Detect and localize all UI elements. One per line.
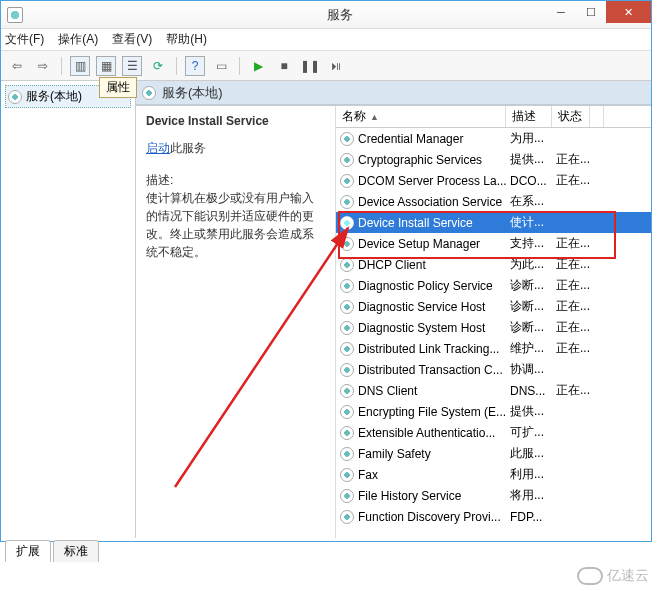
- service-desc: 利用...: [510, 466, 556, 483]
- service-name: Credential Manager: [358, 132, 510, 146]
- service-row[interactable]: DCOM Server Process La...DCO...正在...: [336, 170, 651, 191]
- service-list[interactable]: Credential Manager为用...Cryptographic Ser…: [336, 128, 651, 524]
- service-status: 正在...: [556, 319, 594, 336]
- menu-action[interactable]: 操作(A): [58, 31, 98, 48]
- tab-extended[interactable]: 扩展: [5, 540, 51, 562]
- service-status: 正在...: [556, 277, 594, 294]
- watermark: 亿速云: [577, 567, 649, 585]
- col-header-name[interactable]: 名称▲: [336, 106, 506, 127]
- service-row[interactable]: DHCP Client为此...正在...: [336, 254, 651, 275]
- services-app-icon: [7, 7, 23, 23]
- gear-icon: [340, 195, 354, 209]
- content-area: 服务(本地) 服务(本地) Device Install Service 启动此…: [1, 81, 651, 538]
- gear-icon: [340, 132, 354, 146]
- service-row[interactable]: Diagnostic System Host诊断...正在...: [336, 317, 651, 338]
- refresh-button[interactable]: ⟳: [148, 56, 168, 76]
- service-row[interactable]: DNS ClientDNS...正在...: [336, 380, 651, 401]
- gear-icon: [142, 86, 156, 100]
- service-row[interactable]: Family Safety此服...: [336, 443, 651, 464]
- col-header-extra[interactable]: [590, 106, 604, 127]
- service-row[interactable]: Distributed Transaction C...协调...: [336, 359, 651, 380]
- options-button[interactable]: ▭: [211, 56, 231, 76]
- forward-button[interactable]: ⇨: [33, 56, 53, 76]
- service-desc: 将用...: [510, 487, 556, 504]
- export-button[interactable]: ▦: [96, 56, 116, 76]
- right-pane-title: 服务(本地): [162, 84, 223, 102]
- service-row[interactable]: Cryptographic Services提供...正在...: [336, 149, 651, 170]
- service-status: 正在...: [556, 172, 594, 189]
- maximize-button[interactable]: ☐: [576, 1, 606, 23]
- stop-service-button[interactable]: ■: [274, 56, 294, 76]
- service-row[interactable]: Distributed Link Tracking...维护...正在...: [336, 338, 651, 359]
- menu-view[interactable]: 查看(V): [112, 31, 152, 48]
- properties-button[interactable]: ☰: [122, 56, 142, 76]
- service-row[interactable]: Encrypting File System (E...提供...: [336, 401, 651, 422]
- service-row[interactable]: Diagnostic Policy Service诊断...正在...: [336, 275, 651, 296]
- gear-icon: [340, 237, 354, 251]
- service-name: Encrypting File System (E...: [358, 405, 510, 419]
- view-tabs: 扩展 标准: [1, 540, 651, 562]
- start-service-link[interactable]: 启动: [146, 141, 170, 155]
- service-desc: 为用...: [510, 130, 556, 147]
- service-desc: 协调...: [510, 361, 556, 378]
- gear-icon: [340, 468, 354, 482]
- start-service-button[interactable]: ▶: [248, 56, 268, 76]
- desc-label: 描述:: [146, 171, 325, 189]
- service-status: 正在...: [556, 151, 594, 168]
- menu-file[interactable]: 文件(F): [5, 31, 44, 48]
- service-desc: 提供...: [510, 403, 556, 420]
- service-name: Cryptographic Services: [358, 153, 510, 167]
- services-window: 服务 ─ ☐ ✕ 文件(F) 操作(A) 查看(V) 帮助(H) ⇦ ⇨ ▥ ▦…: [0, 0, 652, 542]
- gear-icon: [340, 300, 354, 314]
- show-hide-tree-button[interactable]: ▥: [70, 56, 90, 76]
- help-button[interactable]: ?: [185, 56, 205, 76]
- service-row[interactable]: Device Setup Manager支持...正在...: [336, 233, 651, 254]
- service-row[interactable]: Fax利用...: [336, 464, 651, 485]
- gear-icon: [340, 342, 354, 356]
- gear-icon: [340, 321, 354, 335]
- service-name: Diagnostic System Host: [358, 321, 510, 335]
- service-row[interactable]: Device Association Service在系...: [336, 191, 651, 212]
- service-status: 正在...: [556, 235, 594, 252]
- titlebar: 服务 ─ ☐ ✕: [1, 1, 651, 29]
- service-name: DNS Client: [358, 384, 510, 398]
- service-row[interactable]: Function Discovery Provi...FDP...: [336, 506, 651, 524]
- gear-icon: [340, 426, 354, 440]
- service-desc: 诊断...: [510, 319, 556, 336]
- service-row[interactable]: Extensible Authenticatio...可扩...: [336, 422, 651, 443]
- list-header: 名称▲ 描述 状态: [336, 106, 651, 128]
- service-name: Device Setup Manager: [358, 237, 510, 251]
- service-row[interactable]: File History Service将用...: [336, 485, 651, 506]
- gear-icon: [340, 258, 354, 272]
- tree-node-label: 服务(本地): [26, 88, 82, 105]
- close-button[interactable]: ✕: [606, 1, 651, 23]
- right-pane-body: Device Install Service 启动此服务 描述: 使计算机在极少…: [136, 105, 651, 538]
- service-row[interactable]: Device Install Service使计...: [336, 212, 651, 233]
- service-name: Distributed Transaction C...: [358, 363, 510, 377]
- menu-help[interactable]: 帮助(H): [166, 31, 207, 48]
- gear-icon: [340, 510, 354, 524]
- service-status: 正在...: [556, 382, 594, 399]
- detail-service-name: Device Install Service: [146, 114, 325, 128]
- properties-tooltip: 属性: [99, 77, 137, 98]
- cloud-icon: [577, 567, 603, 585]
- toolbar: ⇦ ⇨ ▥ ▦ ☰ ⟳ ? ▭ ▶ ■ ❚❚ ⏯ 属性: [1, 51, 651, 81]
- service-row[interactable]: Diagnostic Service Host诊断...正在...: [336, 296, 651, 317]
- gear-icon: [340, 174, 354, 188]
- service-name: Diagnostic Service Host: [358, 300, 510, 314]
- restart-service-button[interactable]: ⏯: [326, 56, 346, 76]
- service-name: DHCP Client: [358, 258, 510, 272]
- col-header-status[interactable]: 状态: [552, 106, 590, 127]
- sort-asc-icon: ▲: [370, 112, 379, 122]
- window-buttons: ─ ☐ ✕: [546, 1, 651, 23]
- service-row[interactable]: Credential Manager为用...: [336, 128, 651, 149]
- back-button[interactable]: ⇦: [7, 56, 27, 76]
- pause-service-button[interactable]: ❚❚: [300, 56, 320, 76]
- col-header-desc[interactable]: 描述: [506, 106, 552, 127]
- service-name: File History Service: [358, 489, 510, 503]
- gear-icon: [340, 216, 354, 230]
- tab-standard[interactable]: 标准: [53, 540, 99, 562]
- minimize-button[interactable]: ─: [546, 1, 576, 23]
- menubar: 文件(F) 操作(A) 查看(V) 帮助(H): [1, 29, 651, 51]
- service-name: Function Discovery Provi...: [358, 510, 510, 524]
